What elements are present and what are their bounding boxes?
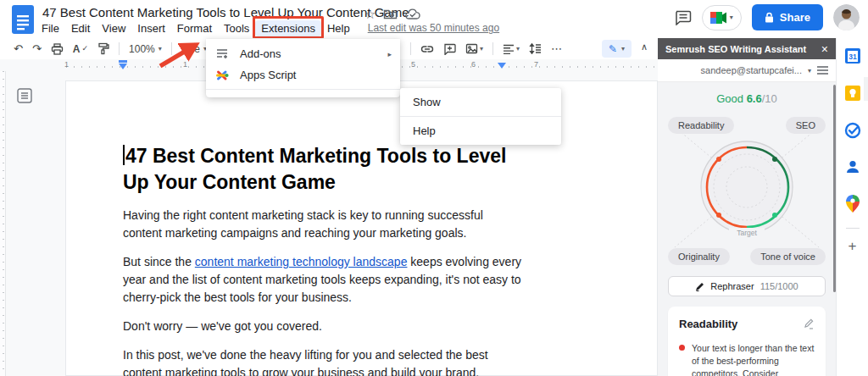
more-options-button[interactable]: ⋯ [551, 43, 562, 54]
add-addon-button[interactable]: + [849, 239, 857, 253]
menu-view[interactable]: View [96, 20, 131, 36]
readability-pill[interactable]: Readability [668, 117, 734, 134]
menu-item-semrush[interactable]: Semrush SEO Writing Assistant ▸ [864, 77, 868, 101]
issue-bullet-icon [679, 345, 685, 351]
comment-history-icon[interactable] [674, 9, 692, 25]
chevron-down-icon: ▾ [516, 46, 520, 53]
google-docs-icon[interactable] [11, 4, 35, 35]
menu-help[interactable]: Help [321, 20, 356, 36]
semrush-submenu: Show Help [400, 88, 561, 145]
svg-text:31: 31 [849, 53, 857, 61]
share-button[interactable]: Share [752, 4, 823, 30]
submenu-item-show[interactable]: Show [400, 88, 561, 116]
paragraph[interactable]: Having the right content marketing stack… [123, 207, 525, 242]
menu-file[interactable]: File [36, 20, 65, 36]
chevron-down-icon[interactable]: ▾ [808, 67, 811, 75]
chevron-down-icon: ▾ [730, 14, 733, 21]
sidebar-header: Semrush SEO Writing Assistant × [658, 38, 836, 59]
chevron-down-icon: ▾ [480, 46, 483, 53]
last-edit-link[interactable]: Last edit was 50 minutes ago [368, 22, 499, 34]
keep-icon[interactable] [844, 85, 861, 102]
menu-item-apps-script[interactable]: Apps Script [206, 64, 400, 86]
cloud-saved-icon[interactable] [405, 8, 420, 20]
move-folder-icon[interactable] [383, 8, 398, 20]
print-button[interactable] [51, 43, 64, 55]
extensions-menu: Add-ons ▸ Apps Script Semrush SEO Writin… [206, 39, 400, 97]
apps-script-icon [216, 69, 229, 81]
document-title[interactable]: 47 Best Content Marketing Tools to Level… [42, 5, 409, 19]
calendar-icon[interactable]: 31 [844, 47, 861, 64]
paint-format-button[interactable] [97, 42, 109, 55]
score-gauge: Target [668, 124, 826, 251]
paragraph[interactable]: In this post, we've done the heavy lifti… [123, 346, 525, 376]
document-heading[interactable]: 47 Best Content Marketing Tools to Level… [123, 143, 526, 196]
originality-pill[interactable]: Originality [668, 248, 730, 265]
first-line-indent-marker[interactable] [119, 60, 127, 63]
addons-icon [216, 48, 229, 59]
menu-format[interactable]: Format [171, 20, 218, 36]
insert-link-button[interactable] [420, 44, 434, 54]
spellcheck-button[interactable]: A✓ [73, 44, 88, 54]
line-spacing-button[interactable] [529, 43, 542, 54]
hide-menus-button[interactable]: ∧ [641, 41, 648, 53]
target-label: Target [737, 229, 757, 237]
toolbar-divider [119, 42, 120, 55]
chevron-down-icon: ▾ [621, 45, 625, 53]
toolbar-divider [410, 42, 411, 55]
redo-button[interactable]: ↷ [32, 43, 42, 54]
menu-edit[interactable]: Edit [65, 20, 96, 36]
left-indent-marker[interactable] [119, 64, 127, 69]
chevron-down-icon: ▾ [159, 45, 162, 53]
avatar[interactable] [833, 4, 860, 30]
star-icon[interactable]: ☆ [364, 8, 376, 20]
close-icon[interactable]: × [821, 43, 828, 55]
submenu-item-help[interactable]: Help [400, 117, 561, 145]
insert-image-button[interactable]: ▾ [465, 43, 483, 54]
account-row: sandeep@startupcafei... ▾ [658, 59, 836, 82]
inline-link[interactable]: content marketing technology landscape [195, 255, 408, 268]
toolbar-divider [492, 42, 493, 55]
meet-icon [710, 12, 726, 24]
paragraph[interactable]: Don't worry — we've got you covered. [123, 318, 525, 335]
tasks-icon[interactable] [844, 122, 861, 139]
rephraser-button[interactable]: Rephraser 115/1000 [668, 276, 826, 296]
content-score: Good 6.6/10 [668, 92, 826, 105]
tone-of-voice-pill[interactable]: Tone of voice [750, 248, 826, 265]
undo-button[interactable]: ↶ [14, 43, 23, 54]
meet-button[interactable]: ▾ [702, 5, 742, 30]
rephraser-pen-icon [695, 282, 704, 291]
align-button[interactable]: ▾ [503, 44, 520, 54]
menu-extensions[interactable]: Extensions [255, 20, 321, 36]
readability-issue[interactable]: Your text is longer than the text of the… [679, 342, 815, 376]
seo-pill[interactable]: SEO [786, 117, 826, 134]
account-email[interactable]: sandeep@startupcafei... [701, 65, 802, 75]
maps-icon[interactable] [846, 195, 860, 213]
edit-pencil-icon[interactable] [803, 318, 815, 329]
semrush-sidebar: Semrush SEO Writing Assistant × sandeep@… [658, 38, 836, 376]
hamburger-menu-icon[interactable] [817, 66, 828, 75]
vertical-ruler [0, 71, 6, 376]
menubar: File Edit View Insert Format Tools Exten… [36, 19, 499, 36]
paragraph[interactable]: But since the content marketing technolo… [123, 253, 525, 307]
editing-mode-button[interactable]: ✎ ▾ [602, 40, 632, 58]
sidebar-title: Semrush SEO Writing Assistant [665, 44, 821, 54]
right-indent-marker[interactable] [498, 63, 506, 69]
score-gauge-block: Target Readability SEO Originality Tone … [668, 117, 826, 265]
zoom-select[interactable]: 100%▾ [129, 43, 162, 55]
contacts-icon[interactable] [845, 159, 860, 174]
readability-card: Readability Your text is longer than the… [668, 307, 826, 376]
submenu-arrow-icon: ▸ [387, 50, 392, 58]
menu-tools[interactable]: Tools [218, 20, 255, 36]
lock-icon [765, 12, 774, 23]
pencil-icon: ✎ [609, 43, 617, 55]
text-cursor [123, 145, 125, 165]
paragraph-style-select[interactable]: Title▾ [181, 43, 207, 55]
readability-card-title: Readability [679, 318, 737, 330]
menu-item-addons[interactable]: Add-ons ▸ [206, 43, 400, 64]
document-page[interactable]: 47 Best Content Marketing Tools to Level… [65, 80, 658, 376]
add-comment-button[interactable] [443, 43, 456, 55]
menu-insert[interactable]: Insert [131, 20, 171, 36]
titlebar: 47 Best Content Marketing Tools to Level… [0, 0, 868, 38]
toolbar-divider [171, 42, 172, 55]
document-outline-button[interactable] [14, 85, 35, 106]
